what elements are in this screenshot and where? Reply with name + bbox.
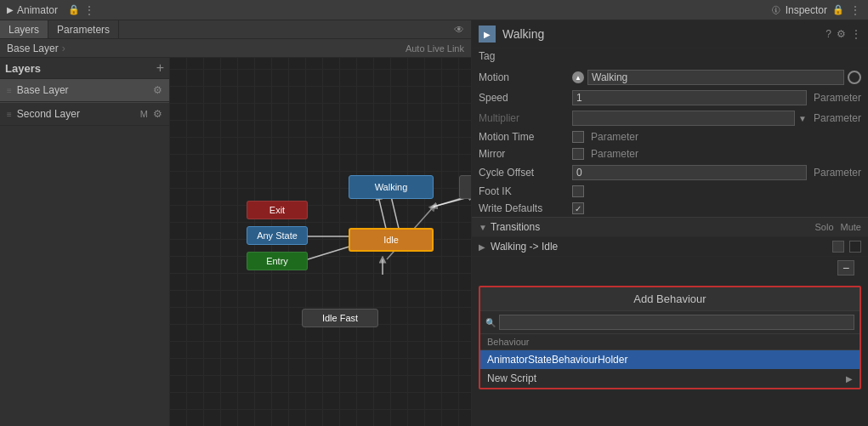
speed-label: Speed <box>479 92 572 104</box>
multiplier-label: Multiplier <box>479 112 572 124</box>
layers-sidebar: Layers + ≡ Base Layer ⚙ ≡ Second Layer M… <box>0 58 170 426</box>
multiplier-dropdown-arrow[interactable]: ▼ <box>798 114 807 123</box>
layer-item-base[interactable]: ≡ Base Layer ⚙ <box>0 79 169 102</box>
layer-name-base: Base Layer <box>17 84 150 96</box>
multiplier-input[interactable] <box>572 111 795 126</box>
inspector-panel: ▶ Walking ? ⚙ ⋮ Tag Motion ▲ <box>472 20 868 426</box>
state-entry[interactable]: Entry <box>247 252 308 270</box>
motion-circle-button[interactable] <box>848 71 861 84</box>
foot-ik-value-group <box>572 185 861 197</box>
foot-ik-row: Foot IK <box>472 183 868 200</box>
motion-label: Motion <box>479 71 572 83</box>
speed-input[interactable] <box>572 90 807 105</box>
transition-solo-checkbox[interactable] <box>832 241 844 253</box>
layer-gear-icon[interactable]: ⚙ <box>153 108 162 120</box>
tag-row: Tag <box>472 48 868 64</box>
mirror-label: Mirror <box>479 148 572 160</box>
add-behaviour-title: Add Behaviour <box>480 287 859 311</box>
main-layout: Layers Parameters 👁 Base Layer › Auto Li… <box>0 20 868 426</box>
motion-time-checkbox[interactable] <box>572 131 584 143</box>
cycle-offset-value-group: Parameter <box>572 165 861 180</box>
inspector-info-icon: 🛈 <box>771 5 780 15</box>
add-layer-button[interactable]: + <box>156 61 164 75</box>
transition-row-walking-idle[interactable]: ▶ Walking -> Idle <box>472 237 868 257</box>
layer-m-badge: M <box>140 109 148 119</box>
solo-label: Solo <box>815 222 834 232</box>
state-anystate[interactable]: Any State <box>247 226 308 245</box>
minus-btn-row: − <box>472 257 868 279</box>
multiplier-row: Multiplier ▼ Parameter <box>472 108 868 128</box>
mirror-checkbox[interactable] <box>572 148 584 160</box>
layer-gear-icon[interactable]: ⚙ <box>153 84 162 96</box>
tab-layers[interactable]: Layers <box>0 20 48 38</box>
motion-input[interactable] <box>587 70 844 85</box>
state-icon: ▶ <box>479 26 496 43</box>
search-row: 🔍 <box>480 311 859 334</box>
svg-line-2 <box>378 196 387 232</box>
state-idlefast[interactable]: Idle Fast <box>302 309 378 327</box>
state-walking[interactable]: Walking <box>349 175 434 199</box>
write-defaults-label: Write Defaults <box>479 202 572 214</box>
inspector-title-bar: 🛈 Inspector 🔒 ⋮ <box>764 3 868 17</box>
inspector-menu-icon[interactable]: ⋮ <box>849 3 861 17</box>
speed-value-group: Parameter <box>572 90 861 105</box>
foot-ik-checkbox[interactable] <box>572 185 584 197</box>
animator-tabs: Layers Parameters 👁 <box>0 20 471 39</box>
cycle-offset-label: Cycle Offset <box>479 167 572 179</box>
speed-row: Speed Parameter <box>472 88 868 108</box>
tab-parameters[interactable]: Parameters <box>48 20 119 38</box>
mirror-row: Mirror Parameter <box>472 145 868 162</box>
state-idle[interactable]: Idle <box>349 228 434 252</box>
overflow-icon[interactable]: ⋮ <box>851 28 861 40</box>
new-script-arrow-icon: ▶ <box>846 374 853 383</box>
cycle-offset-row: Cycle Offset Parameter <box>472 162 868 183</box>
transition-mute-checkbox[interactable] <box>849 241 861 253</box>
drag-handle-icon: ≡ <box>7 86 12 95</box>
play-arrow-icon: ▶ <box>7 5 14 14</box>
auto-live-link[interactable]: Auto Live Link <box>406 43 464 54</box>
lock-icon[interactable]: 🔒 <box>68 4 80 15</box>
behaviour-item-newscript[interactable]: New Script ▶ <box>480 369 859 388</box>
settings-icon[interactable]: ⚙ <box>837 28 846 40</box>
motion-time-param-label: Parameter <box>591 131 638 143</box>
speed-param-label: Parameter <box>814 92 861 104</box>
state-exit[interactable]: Exit <box>247 201 308 219</box>
transitions-header-right: Solo Mute <box>815 222 862 232</box>
layers-title: Layers <box>5 62 41 75</box>
motion-time-label: Motion Time <box>479 131 572 143</box>
motion-time-row: Motion Time Parameter <box>472 128 868 145</box>
layer-item-second[interactable]: ≡ Second Layer M ⚙ <box>0 103 169 126</box>
app-title-bar: ▶ Animator 🔒 ⋮ <box>0 3 102 17</box>
menu-icon[interactable]: ⋮ <box>83 3 95 17</box>
mirror-param-label: Parameter <box>591 148 638 160</box>
search-icon: 🔍 <box>485 318 496 327</box>
motion-time-value-group: Parameter <box>572 131 861 143</box>
inspector-body: Motion ▲ Speed Parameter Multiplier <box>472 64 868 426</box>
write-defaults-checkbox[interactable]: ✓ <box>572 202 584 214</box>
animator-body: Layers + ≡ Base Layer ⚙ ≡ Second Layer M… <box>0 58 471 426</box>
tag-label: Tag <box>479 50 572 62</box>
transitions-section-header: ▼ Transitions Solo Mute <box>472 217 868 237</box>
write-defaults-value-group: ✓ <box>572 202 861 214</box>
animator-canvas[interactable]: Walking Running Exit Any State Entry <box>170 58 471 426</box>
top-bar: ▶ Animator 🔒 ⋮ 🛈 Inspector 🔒 ⋮ <box>0 0 868 20</box>
transition-name: Walking -> Idle <box>491 241 832 253</box>
minus-button[interactable]: − <box>837 260 854 275</box>
help-icon[interactable]: ? <box>825 28 831 40</box>
behaviour-item-animatorstateholder[interactable]: AnimatorStateBehaviourHolder <box>480 350 859 369</box>
transitions-triangle-icon[interactable]: ▼ <box>479 223 487 232</box>
state-running[interactable]: Running <box>459 175 471 199</box>
svg-line-1 <box>391 196 400 232</box>
drag-handle-icon: ≡ <box>7 110 12 119</box>
inspector-title: Inspector <box>786 4 827 16</box>
inspector-lock-icon[interactable]: 🔒 <box>832 4 844 15</box>
breadcrumb-bar: Base Layer › Auto Live Link <box>0 39 471 58</box>
behaviour-search-input[interactable] <box>499 315 854 330</box>
write-defaults-row: Write Defaults ✓ <box>472 200 868 217</box>
app-title: Animator <box>17 4 58 16</box>
cycle-offset-param-label: Parameter <box>814 167 861 179</box>
cycle-offset-input[interactable] <box>572 165 807 180</box>
eye-icon[interactable]: 👁 <box>454 24 471 36</box>
motion-target-icon: ▲ <box>572 71 584 83</box>
breadcrumb: Base Layer <box>7 43 59 54</box>
